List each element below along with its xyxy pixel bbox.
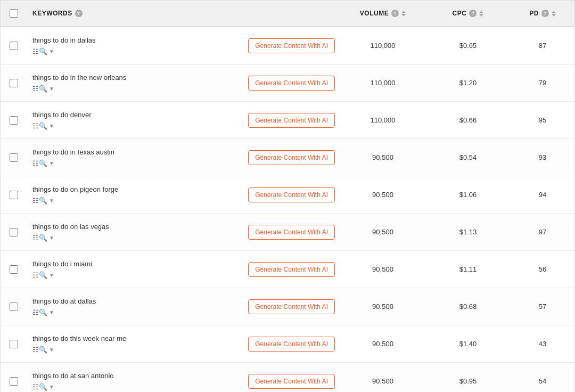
cpc-sort-arrows[interactable]: [479, 11, 483, 17]
row-checkbox-cell[interactable]: [1, 74, 27, 93]
row-cpc-cell: $1.13: [425, 223, 511, 241]
row-checkbox-cell[interactable]: [1, 185, 27, 205]
search-filter-btn[interactable]: ☷🔍 ▼: [32, 271, 54, 279]
row-checkbox[interactable]: [10, 340, 18, 348]
row-volume-cell: 90,500: [340, 223, 425, 241]
cpc-value: $0.95: [459, 377, 477, 385]
row-checkbox[interactable]: [10, 153, 18, 162]
generate-content-button[interactable]: Generate Content With AI: [248, 150, 335, 165]
row-pd-cell: 94: [511, 185, 574, 204]
search-icon: ☷🔍: [32, 197, 47, 205]
generate-content-button[interactable]: Generate Content With AI: [248, 299, 335, 314]
row-checkbox[interactable]: [10, 116, 18, 125]
search-filter-btn[interactable]: ☷🔍 ▼: [32, 346, 54, 354]
cpc-value: $1.06: [459, 191, 477, 199]
volume-value: 110,000: [371, 42, 396, 50]
volume-value: 90,500: [372, 303, 393, 311]
table-body: things to do in dallas ☷🔍 ▼ Generate Con…: [1, 27, 574, 392]
search-icon: ☷🔍: [32, 85, 47, 93]
row-checkbox-cell[interactable]: [1, 223, 27, 242]
pd-sort-up-arrow[interactable]: [552, 11, 556, 13]
cpc-info-icon[interactable]: ?: [469, 10, 477, 17]
generate-content-button[interactable]: Generate Content With AI: [248, 38, 335, 53]
cpc-value: $1.13: [459, 228, 477, 236]
table-row: things to do this week near me ☷🔍 ▼ Gene…: [1, 325, 574, 363]
row-checkbox[interactable]: [10, 42, 18, 50]
cpc-sort-up-arrow[interactable]: [479, 11, 483, 13]
keyword-text: things to do in dallas: [32, 36, 243, 45]
table-row: things to do in the new orleans ☷🔍 ▼ Gen…: [1, 64, 574, 102]
generate-content-button[interactable]: Generate Content With AI: [248, 113, 335, 128]
generate-content-button[interactable]: Generate Content With AI: [248, 76, 335, 91]
table-row: things to do on las vegas ☷🔍 ▼ Generate …: [1, 214, 574, 251]
search-filter-btn[interactable]: ☷🔍 ▼: [32, 308, 54, 316]
cpc-value: $1.20: [459, 79, 477, 87]
row-checkbox-cell[interactable]: [1, 372, 27, 391]
chevron-down-icon: ▼: [49, 272, 54, 278]
generate-content-button[interactable]: Generate Content With AI: [248, 225, 335, 240]
row-checkbox[interactable]: [10, 228, 18, 236]
search-filter-btn[interactable]: ☷🔍 ▼: [32, 197, 54, 205]
row-pd-cell: 95: [511, 111, 574, 129]
pd-info-icon[interactable]: ?: [541, 10, 549, 17]
pd-value: 93: [539, 153, 546, 161]
search-icon: ☷🔍: [32, 308, 47, 316]
table-row: things to do at dallas ☷🔍 ▼ Generate Con…: [1, 288, 574, 325]
chevron-down-icon: ▼: [49, 123, 54, 129]
row-pd-cell: 79: [511, 74, 574, 92]
row-checkbox-cell[interactable]: [1, 148, 27, 167]
row-keyword-cell: things to do on pigeon forge ☷🔍 ▼ Genera…: [27, 179, 340, 210]
search-filter-btn[interactable]: ☷🔍 ▼: [32, 383, 54, 391]
row-checkbox-cell[interactable]: [1, 36, 27, 55]
pd-sort-arrows[interactable]: [552, 11, 556, 17]
row-checkbox-cell[interactable]: [1, 297, 27, 316]
search-icon: ☷🔍: [32, 234, 47, 242]
generate-content-button[interactable]: Generate Content With AI: [248, 187, 335, 202]
row-checkbox-cell[interactable]: [1, 111, 27, 130]
pd-value: 56: [539, 265, 546, 273]
search-filter-btn[interactable]: ☷🔍 ▼: [32, 47, 54, 55]
row-pd-cell: 54: [511, 372, 574, 390]
volume-info-icon[interactable]: ?: [391, 10, 399, 17]
row-checkbox[interactable]: [10, 191, 18, 199]
generate-content-button[interactable]: Generate Content With AI: [248, 374, 335, 389]
cpc-sort-down-arrow[interactable]: [479, 14, 483, 17]
search-filter-btn[interactable]: ☷🔍 ▼: [32, 85, 54, 93]
search-filter-btn[interactable]: ☷🔍 ▼: [32, 122, 54, 130]
row-checkbox-cell[interactable]: [1, 334, 27, 354]
cpc-value: $1.11: [459, 265, 477, 273]
row-checkbox[interactable]: [10, 79, 18, 87]
row-checkbox-cell[interactable]: [1, 260, 27, 279]
table-row: things to do in texas austin ☷🔍 ▼ Genera…: [1, 139, 574, 176]
search-icon: ☷🔍: [32, 122, 47, 130]
row-checkbox[interactable]: [10, 303, 18, 311]
volume-value: 110,000: [371, 79, 396, 87]
chevron-down-icon: ▼: [49, 309, 54, 315]
search-filter-btn[interactable]: ☷🔍 ▼: [32, 234, 54, 242]
row-keyword-cell: things to do in dallas ☷🔍 ▼ Generate Con…: [27, 30, 340, 61]
keywords-info-icon[interactable]: ?: [75, 10, 83, 17]
volume-value: 110,000: [371, 116, 396, 124]
generate-content-button[interactable]: Generate Content With AI: [248, 262, 335, 277]
row-cpc-cell: $0.66: [425, 111, 511, 129]
select-all-cell[interactable]: [1, 3, 27, 24]
select-all-checkbox[interactable]: [10, 9, 18, 18]
volume-header: VOLUME ?: [340, 3, 425, 23]
row-keyword-cell: things to do denver ☷🔍 ▼ Generate Conten…: [27, 105, 340, 135]
volume-sort-up-arrow[interactable]: [401, 11, 406, 13]
volume-sort-down-arrow[interactable]: [401, 14, 406, 17]
table-row: things to do at san antonio ☷🔍 ▼ Generat…: [1, 363, 574, 392]
generate-content-button[interactable]: Generate Content With AI: [248, 337, 335, 352]
pd-value: 95: [539, 116, 546, 124]
pd-value: 97: [539, 228, 546, 236]
search-filter-btn[interactable]: ☷🔍 ▼: [32, 159, 54, 167]
volume-sort-arrows[interactable]: [401, 11, 406, 17]
row-checkbox[interactable]: [10, 377, 18, 386]
volume-value: 90,500: [372, 377, 393, 385]
volume-value: 90,500: [372, 228, 393, 236]
row-keyword-cell: things to do in texas austin ☷🔍 ▼ Genera…: [27, 142, 340, 173]
chevron-down-icon: ▼: [49, 235, 54, 241]
keyword-text: things to do in the new orleans: [32, 73, 243, 83]
pd-sort-down-arrow[interactable]: [552, 14, 556, 17]
row-checkbox[interactable]: [10, 265, 18, 274]
